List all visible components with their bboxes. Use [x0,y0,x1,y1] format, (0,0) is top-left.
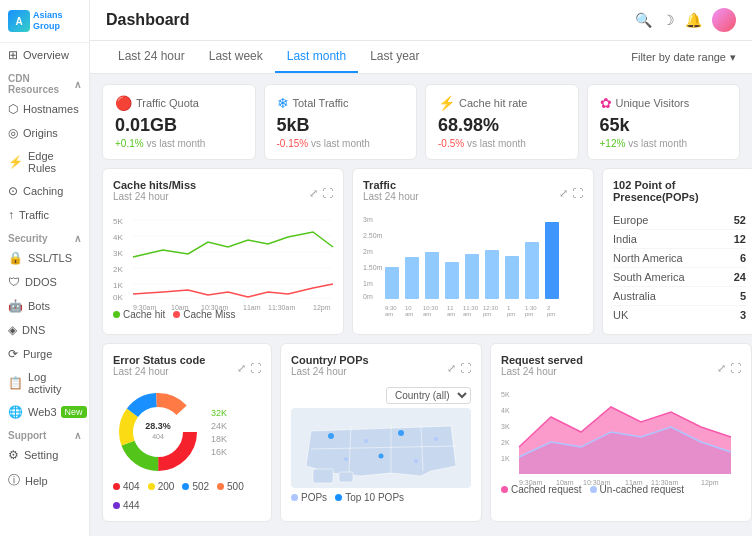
svg-text:11am: 11am [243,304,261,311]
cache-hit-icon: ⚡ [438,95,455,111]
header: Dashboard 🔍 ☽ 🔔 [90,0,752,41]
tab-month[interactable]: Last month [275,41,358,73]
svg-point-69 [414,459,418,463]
svg-rect-31 [525,242,539,299]
stat-cards-row: 🔴 Traffic Quota 0.01GB +0.1% vs last mon… [102,84,740,160]
svg-text:5K: 5K [501,391,510,398]
overview-icon: ⊞ [8,48,18,62]
stat-card-traffic-quota: 🔴 Traffic Quota 0.01GB +0.1% vs last mon… [102,84,256,160]
dot-404 [113,483,120,490]
svg-text:am: am [447,311,455,317]
request-chart-title: Request served [501,354,583,366]
sidebar-item-web3[interactable]: 🌐 Web3 New [0,400,89,424]
svg-text:2m: 2m [363,248,373,255]
sidebar-item-log[interactable]: 📋 Log activity [0,366,89,400]
traffic-chart-fullscreen-icon[interactable]: ⛶ [572,187,583,200]
svg-text:11:30am: 11:30am [268,304,295,311]
sidebar-item-ddos[interactable]: 🛡 DDOS [0,270,89,294]
tab-24h[interactable]: Last 24 hour [106,41,197,73]
map-chart-controls[interactable]: ⤢ ⛶ [447,362,471,375]
map-chart-fullscreen-icon[interactable]: ⛶ [460,362,471,375]
error-stat-32k: 32K [211,408,227,418]
sidebar-item-edge-rules[interactable]: ⚡ Edge Rules [0,145,89,179]
donut-chart-container: 28.3% 404 32K 24K 18K 16K [113,387,261,477]
svg-rect-24 [385,267,399,299]
support-section: Support ∧ [0,424,89,443]
content-area: 🔴 Traffic Quota 0.01GB +0.1% vs last mon… [90,74,752,536]
svg-rect-70 [313,469,333,483]
sidebar-item-purge[interactable]: ⟳ Purge [0,342,89,366]
cached-request-dot [501,486,508,493]
error-chart-fullscreen-icon[interactable]: ⛶ [250,362,261,375]
cache-chart-fullscreen-icon[interactable]: ⛶ [322,187,333,200]
cache-chart-controls[interactable]: ⤢ ⛶ [309,187,333,200]
sidebar-item-help[interactable]: ⓘ Help [0,467,89,494]
sidebar: A AsiansGroup ⊞ Overview CDN Resources ∧… [0,0,90,536]
search-icon[interactable]: 🔍 [635,12,652,28]
traffic-chart-card: Traffic Last 24 hour ⤢ ⛶ 3m 2.50m 2m 1.5… [352,168,594,335]
sidebar-item-caching[interactable]: ⊙ Caching [0,179,89,203]
sidebar-item-origins[interactable]: ◎ Origins [0,121,89,145]
sidebar-item-bots[interactable]: 🤖 Bots [0,294,89,318]
cache-chart-subtitle: Last 24 hour [113,191,196,202]
request-chart-card: Request served Last 24 hour ⤢ ⛶ 5K 4K 3K… [490,343,752,522]
stat-card-cache-hit: ⚡ Cache hit rate 68.98% -0.5% vs last mo… [425,84,579,160]
cache-chart-expand-icon[interactable]: ⤢ [309,187,318,200]
filter-by-date-button[interactable]: Filter by date range ▾ [631,51,736,64]
tab-week[interactable]: Last week [197,41,275,73]
svg-rect-25 [405,257,419,299]
sidebar-item-hostnames[interactable]: ⬡ Hostnames [0,97,89,121]
map-chart-card: Country/ POPs Last 24 hour ⤢ ⛶ Country (… [280,343,482,522]
error-stat-24k: 24K [211,421,227,431]
dns-icon: ◈ [8,323,17,337]
traffic-chart-expand-icon[interactable]: ⤢ [559,187,568,200]
traffic-quota-value: 0.01GB [115,115,243,136]
country-select[interactable]: Country (all) [386,387,471,404]
avatar[interactable] [712,8,736,32]
request-chart-fullscreen-icon[interactable]: ⛶ [730,362,741,375]
cache-chart-legend: Cache hit Cache Miss [113,309,333,320]
traffic-bar-chart: 3m 2.50m 2m 1.50m 1m 0m [363,212,583,302]
svg-text:am: am [423,311,431,317]
cache-hit-value: 68.98% [438,115,566,136]
notification-icon[interactable]: 🔔 [685,12,702,28]
error-chart-subtitle: Last 24 hour [113,366,205,377]
tab-year[interactable]: Last year [358,41,431,73]
web3-icon: 🌐 [8,405,23,419]
setting-icon: ⚙ [8,448,19,462]
request-chart-controls[interactable]: ⤢ ⛶ [717,362,741,375]
legend-404: 404 [113,481,140,492]
sidebar-item-traffic[interactable]: ↑ Traffic [0,203,89,227]
svg-text:pm: pm [507,311,515,317]
error-chart-title: Error Status code [113,354,205,366]
legend-cache-miss: Cache Miss [173,309,235,320]
charts-row-2: Error Status code Last 24 hour ⤢ ⛶ [102,343,740,522]
svg-text:0K: 0K [113,293,123,302]
us-map-svg [291,411,471,486]
svg-rect-71 [339,472,353,482]
sidebar-item-dns[interactable]: ◈ DNS [0,318,89,342]
security-chevron-icon: ∧ [74,233,81,244]
sidebar-item-overview[interactable]: ⊞ Overview [0,43,89,67]
moon-icon[interactable]: ☽ [662,12,675,28]
filter-chevron-icon: ▾ [730,51,736,64]
map-chart-expand-icon[interactable]: ⤢ [447,362,456,375]
svg-text:404: 404 [152,433,164,440]
error-chart-expand-icon[interactable]: ⤢ [237,362,246,375]
main-area: Dashboard 🔍 ☽ 🔔 Last 24 hour Last week L… [90,0,752,536]
legend-200: 200 [148,481,175,492]
cache-chart-card: Cache hits/Miss Last 24 hour ⤢ ⛶ 5K 4K 3… [102,168,344,335]
svg-text:pm: pm [525,311,533,317]
error-chart-controls[interactable]: ⤢ ⛶ [237,362,261,375]
sidebar-item-ssl[interactable]: 🔒 SSL/TLS [0,246,89,270]
svg-text:4K: 4K [501,407,510,414]
svg-text:3m: 3m [363,216,373,223]
cache-hit-change: -0.5% vs last month [438,138,566,149]
svg-text:1K: 1K [501,455,510,462]
donut-chart: 28.3% 404 [113,387,203,477]
svg-text:2K: 2K [501,439,510,446]
request-chart-expand-icon[interactable]: ⤢ [717,362,726,375]
traffic-chart-controls[interactable]: ⤢ ⛶ [559,187,583,200]
cache-line-chart: 5K 4K 3K 2K 1K 0K [113,212,333,302]
sidebar-item-setting[interactable]: ⚙ Setting [0,443,89,467]
